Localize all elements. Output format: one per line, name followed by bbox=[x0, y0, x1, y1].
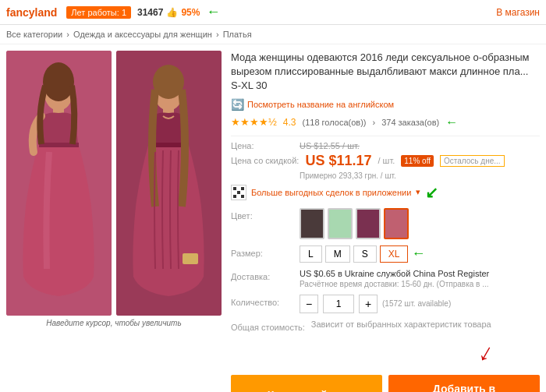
quantity-plus[interactable]: + bbox=[359, 295, 378, 313]
price-original-label: Цена: bbox=[231, 141, 293, 150]
price-unit: / шт. bbox=[378, 156, 395, 165]
action-buttons: Купить сейчас Добавить в корзин... bbox=[231, 375, 540, 392]
total-value: Зависит от выбранных характеристик товар… bbox=[311, 320, 491, 329]
rating-row: ★★★★½ 4.3 (118 голоса(ов)) › 374 заказа(… bbox=[231, 115, 540, 129]
red-arrow-wrapper: ↓ bbox=[231, 338, 540, 367]
color-swatch-mint[interactable] bbox=[328, 208, 353, 239]
app-deals-label: Больше выгодных сделок в приложении bbox=[251, 188, 411, 197]
color-row: Цвет: bbox=[231, 208, 540, 239]
product-image-front[interactable] bbox=[6, 51, 112, 316]
green-arrow-size: ← bbox=[411, 245, 425, 262]
color-swatch-dark[interactable] bbox=[300, 208, 324, 239]
svg-rect-10 bbox=[183, 253, 198, 264]
breadcrumb-women[interactable]: Одежда и аксессуары для женщин bbox=[73, 30, 212, 39]
rating-count[interactable]: (118 голоса(ов)) bbox=[303, 118, 367, 127]
work-years: Лет работы: 1 bbox=[66, 6, 131, 19]
breadcrumb-dresses[interactable]: Платья bbox=[223, 30, 252, 39]
size-options: L M S XL ← bbox=[300, 245, 425, 263]
qr-icon bbox=[231, 185, 246, 200]
store-link[interactable]: В магазин bbox=[496, 7, 540, 18]
app-deals[interactable]: Больше выгодных сделок в приложении ▾ ↙ bbox=[231, 183, 540, 202]
add-to-cart-button[interactable]: Добавить в корзин... bbox=[388, 375, 540, 392]
translate-label: Посмотреть название на английском bbox=[247, 100, 394, 109]
size-L[interactable]: L bbox=[300, 245, 322, 263]
thumb-icon: 👍 bbox=[166, 7, 178, 18]
quantity-minus[interactable]: − bbox=[300, 295, 318, 313]
red-arrow-icon: ↓ bbox=[474, 337, 499, 368]
green-arrow-trust: ← bbox=[206, 4, 220, 20]
product-image-back[interactable] bbox=[116, 51, 222, 316]
price-section: Цена: US $12.55 / шт. Цена со скидкой: U… bbox=[231, 136, 540, 392]
size-XL[interactable]: XL bbox=[380, 245, 409, 263]
price-discount-label: Цена со скидкой: bbox=[231, 156, 299, 165]
size-label: Размер: bbox=[231, 245, 293, 258]
quantity-row: Количество: − + (1572 шт. available) bbox=[231, 295, 540, 313]
trust-percent: 95% bbox=[181, 7, 200, 18]
buy-now-button[interactable]: Купить сейчас bbox=[231, 375, 382, 392]
orders-count: 374 заказа(ов) bbox=[381, 118, 439, 127]
total-label: Общая стоимость: bbox=[231, 320, 305, 332]
total-row: Общая стоимость: Зависит от выбранных ха… bbox=[231, 320, 540, 332]
quantity-input[interactable] bbox=[323, 295, 354, 313]
header-stats: 31467 👍 95% ← bbox=[137, 4, 220, 20]
product-images-wrapper: Наведите курсор, чтобы увеличить bbox=[6, 51, 222, 392]
main-content: Наведите курсор, чтобы увеличить Мода же… bbox=[0, 44, 546, 392]
quantity-label: Количество: bbox=[231, 295, 293, 307]
stat-number: 31467 bbox=[137, 7, 163, 18]
size-S[interactable]: S bbox=[353, 245, 377, 263]
size-row: Размер: L M S XL ← bbox=[231, 245, 540, 263]
color-swatch-rose[interactable] bbox=[384, 208, 409, 239]
star-rating: ★★★★½ bbox=[231, 116, 277, 128]
price-original: US $12.55 / шт. bbox=[300, 141, 360, 150]
image-caption: Наведите курсор, чтобы увеличить bbox=[46, 319, 181, 327]
translate-link[interactable]: 🔄 Посмотреть название на английском bbox=[231, 98, 540, 111]
product-images bbox=[6, 51, 222, 316]
svg-point-4 bbox=[43, 62, 74, 101]
breadcrumb: Все категории › Одежда и аксессуары для … bbox=[0, 25, 546, 44]
days-left: Осталось дне... bbox=[440, 155, 505, 167]
app-deals-chevron: ▾ bbox=[416, 187, 420, 197]
color-swatch-plum[interactable] bbox=[356, 208, 381, 239]
green-arrow-orders: ← bbox=[445, 115, 458, 129]
delivery-label: Доставка: bbox=[231, 269, 293, 281]
size-M[interactable]: M bbox=[325, 245, 350, 263]
price-discounted: US $11.17 bbox=[305, 153, 371, 169]
separator: › bbox=[372, 118, 375, 127]
logo[interactable]: fancyland bbox=[6, 6, 57, 19]
discount-price-row: Цена со скидкой: US $11.17 / шт. 11% off… bbox=[231, 153, 540, 169]
color-label: Цвет: bbox=[231, 208, 293, 221]
header: fancyland Лет работы: 1 31467 👍 95% ← В … bbox=[0, 0, 546, 25]
delivery-info: US $0.65 в Ukraine службой China Post Re… bbox=[300, 269, 489, 288]
quantity-available: (1572 шт. available) bbox=[382, 299, 451, 308]
product-details: Мода женщины одеваются 2016 леди сексуал… bbox=[231, 51, 540, 392]
quantity-controls: − + (1572 шт. available) bbox=[300, 295, 451, 313]
green-arrow-app: ↙ bbox=[425, 183, 438, 202]
delivery-row: Доставка: US $0.65 в Ukraine службой Chi… bbox=[231, 269, 540, 288]
price-approx: Примерно 293,33 грн. / шт. bbox=[300, 171, 540, 180]
discount-badge: 11% off bbox=[401, 155, 434, 167]
rating-value: 4.3 bbox=[283, 117, 296, 128]
breadcrumb-all[interactable]: Все категории bbox=[6, 30, 62, 39]
original-price-row: Цена: US $12.55 / шт. bbox=[231, 141, 540, 150]
product-title: Мода женщины одеваются 2016 леди сексуал… bbox=[231, 51, 540, 94]
flag-icon: 🔄 bbox=[231, 98, 244, 111]
color-options bbox=[300, 208, 409, 239]
